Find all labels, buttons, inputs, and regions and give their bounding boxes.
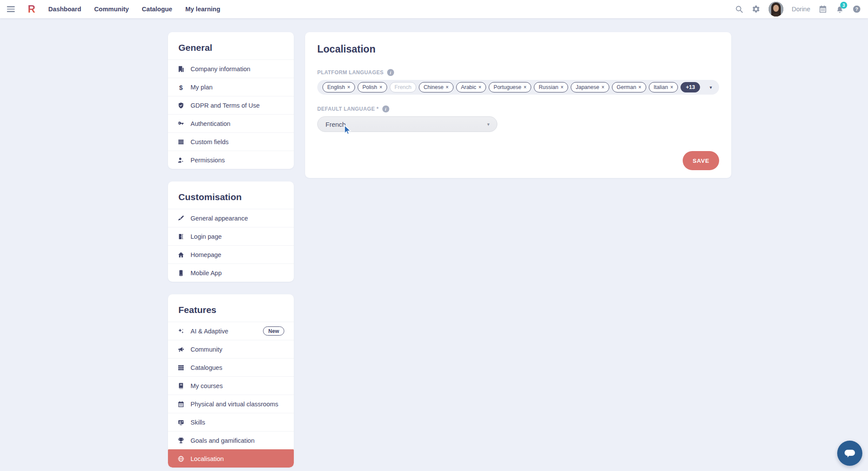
gear-icon[interactable] [752, 5, 760, 13]
sidebar-item-label: Mobile App [191, 270, 284, 277]
sidebar-item-label: Company information [191, 66, 284, 72]
language-tag-chinese[interactable]: Chinese× [419, 82, 454, 92]
language-tag-portuguese[interactable]: Portuguese× [489, 82, 531, 92]
sidebar-item-label: General appearance [191, 215, 284, 222]
language-tag-japanese[interactable]: Japanese× [571, 82, 609, 92]
sidebar-item-general-appearance[interactable]: General appearance [168, 209, 294, 227]
default-language-label-row: DEFAULT LANGUAGE * i [317, 105, 719, 112]
sidebar-section-customisation: Customisation General appearance Login p… [168, 181, 294, 282]
remove-tag-icon[interactable]: × [670, 85, 673, 90]
sidebar-item-homepage[interactable]: Homepage [168, 245, 294, 263]
notifications-bell-icon[interactable]: 3 [835, 5, 844, 13]
home-icon [178, 251, 184, 258]
topbar-left: R Dashboard Community Catalogue My learn… [7, 3, 220, 15]
language-tag-english[interactable]: English× [322, 82, 355, 92]
sparkles-icon [178, 328, 184, 335]
remove-tag-icon[interactable]: × [602, 85, 605, 90]
sidebar-item-permissions[interactable]: Permissions [168, 151, 294, 169]
sidebar-item-goals-gamification[interactable]: Goals and gamification [168, 431, 294, 449]
remove-tag-icon[interactable]: × [379, 85, 382, 90]
globe-icon [178, 455, 184, 462]
section-title: General [168, 32, 294, 59]
language-tag-italian[interactable]: Italian× [649, 82, 678, 92]
nav-catalogue[interactable]: Catalogue [142, 6, 172, 13]
search-icon[interactable] [735, 5, 743, 13]
sidebar-item-catalogues[interactable]: Catalogues [168, 358, 294, 376]
dollar-icon: $ [178, 84, 184, 91]
settings-page: R Dashboard Community Catalogue My learn… [0, 0, 868, 471]
sidebar-item-mobile-app[interactable]: Mobile App [168, 263, 294, 282]
sidebar-section-features: Features AI & Adaptive New Community Cat… [168, 294, 294, 468]
sidebar-item-login-page[interactable]: Login page [168, 227, 294, 245]
user-name[interactable]: Dorine [792, 6, 810, 13]
remove-tag-icon[interactable]: × [478, 85, 481, 90]
topbar: R Dashboard Community Catalogue My learn… [0, 0, 868, 18]
section-title: Customisation [168, 181, 294, 209]
sidebar-item-label: AI & Adaptive [191, 328, 257, 335]
remove-tag-icon[interactable]: × [638, 85, 641, 90]
nav-dashboard[interactable]: Dashboard [48, 6, 81, 13]
platform-languages-multiselect[interactable]: English× Polish× French Chinese× Arabic×… [317, 80, 719, 95]
default-language-label: DEFAULT LANGUAGE * [317, 106, 379, 112]
sidebar-item-label: Homepage [191, 251, 284, 258]
nav-community[interactable]: Community [94, 6, 129, 13]
user-avatar[interactable] [769, 2, 783, 16]
platform-languages-label-row: PLATFORM LANGUAGES i [317, 69, 719, 76]
sidebar-item-label: Permissions [191, 157, 284, 164]
sidebar-item-skills[interactable]: Skills [168, 413, 294, 431]
sidebar-item-custom-fields[interactable]: Custom fields [168, 132, 294, 151]
user-gear-icon [178, 157, 184, 164]
sidebar-item-localisation[interactable]: Localisation [168, 449, 294, 468]
calendar-icon[interactable] [819, 5, 827, 13]
chat-widget-button[interactable] [837, 441, 862, 466]
building-icon [178, 66, 184, 72]
info-icon[interactable]: i [387, 69, 394, 76]
language-tag-russian[interactable]: Russian× [534, 82, 568, 92]
hamburger-menu-icon[interactable] [7, 6, 15, 12]
paintbrush-icon [178, 215, 184, 222]
svg-text:?: ? [855, 7, 858, 12]
remove-tag-icon[interactable]: × [446, 85, 449, 90]
sidebar-item-label: GDPR and Terms of Use [191, 102, 284, 109]
sidebar-item-authentication[interactable]: Authentication [168, 114, 294, 132]
sidebar-item-label: Catalogues [191, 364, 284, 371]
sidebar-item-label: My courses [191, 382, 284, 389]
sidebar-item-company-information[interactable]: Company information [168, 59, 294, 78]
door-icon [178, 233, 184, 240]
save-button[interactable]: SAVE [683, 151, 720, 170]
sidebar-item-ai-adaptive[interactable]: AI & Adaptive New [168, 322, 294, 340]
megaphone-icon [178, 346, 184, 353]
platform-languages-label: PLATFORM LANGUAGES [317, 69, 384, 76]
sidebar-item-label: My plan [191, 84, 284, 91]
default-language-select[interactable]: French ▾ [317, 116, 497, 132]
notification-count-badge: 3 [840, 2, 847, 9]
sidebar-section-general: General Company information $ My plan GD… [168, 32, 294, 169]
default-language-value: French [326, 121, 346, 128]
language-tag-arabic[interactable]: Arabic× [456, 82, 486, 92]
smartphone-icon [178, 270, 184, 277]
sidebar-item-gdpr[interactable]: GDPR and Terms of Use [168, 96, 294, 114]
language-tag-polish[interactable]: Polish× [358, 82, 387, 92]
remove-tag-icon[interactable]: × [523, 85, 526, 90]
remove-tag-icon[interactable]: × [560, 85, 563, 90]
language-tag-german[interactable]: German× [612, 82, 646, 92]
settings-sidebar: General Company information $ My plan GD… [168, 32, 294, 471]
sidebar-item-classrooms[interactable]: Physical and virtual classrooms [168, 395, 294, 413]
language-tag-french: French [390, 82, 416, 92]
info-icon[interactable]: i [382, 105, 389, 112]
chat-bubble-icon [843, 447, 856, 460]
overflow-languages-badge[interactable]: +13 [681, 82, 700, 92]
sidebar-item-label: Authentication [191, 120, 284, 127]
sidebar-item-community[interactable]: Community [168, 340, 294, 358]
chevron-down-icon[interactable]: ▾ [710, 85, 712, 90]
nav-my-learning[interactable]: My learning [185, 6, 220, 13]
help-icon[interactable]: ? [852, 5, 861, 13]
app-logo[interactable]: R [28, 3, 35, 15]
sidebar-item-my-courses[interactable]: My courses [168, 376, 294, 395]
sidebar-item-label: Skills [191, 419, 284, 426]
table-rows-icon [178, 138, 184, 145]
sidebar-item-label: Custom fields [191, 138, 284, 145]
sidebar-item-my-plan[interactable]: $ My plan [168, 78, 294, 96]
key-icon [178, 120, 184, 127]
remove-tag-icon[interactable]: × [347, 85, 350, 90]
